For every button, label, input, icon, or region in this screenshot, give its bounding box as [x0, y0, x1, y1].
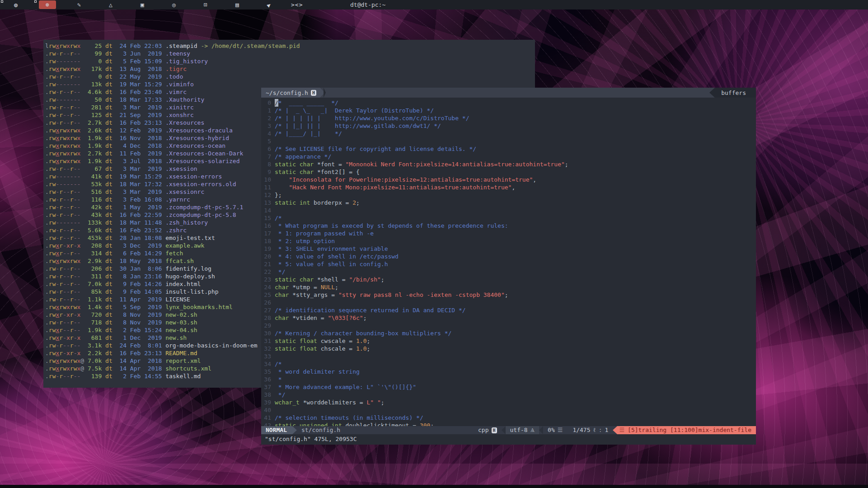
perm-char: - — [66, 288, 70, 295]
perm-char: r — [70, 227, 74, 234]
file-row: .rw------- 13k dt 19 Mar 15:29 .viminfo — [45, 80, 535, 88]
code-token: /* appearance */ — [275, 153, 331, 160]
file-name: .todo — [162, 73, 183, 80]
file-owner: dt — [102, 235, 112, 241]
image-icon[interactable]: ▣ — [127, 0, 158, 9]
file-modified-icon: H — [311, 90, 316, 96]
perm-char: r — [49, 165, 52, 172]
file-date: 13 Aug 2018 — [113, 66, 162, 72]
scroll-percent: 0% ☰ 1/475 ℓ : 1 — [543, 426, 613, 434]
file-date: 9 Feb 14:26 — [113, 281, 162, 287]
perm-char — [80, 342, 84, 349]
perm-char: r — [49, 211, 52, 218]
line-number: 19 — [261, 245, 271, 253]
file-owner: dt — [102, 242, 112, 249]
file-date: 1 Dec 2019 — [113, 334, 162, 341]
hostname-title: dt@dt-pc:~ — [350, 1, 385, 8]
eyedropper-icon[interactable]: ✎ — [63, 0, 95, 9]
perm-char: r — [59, 204, 63, 211]
code-token: 300 — [420, 422, 430, 426]
perm-char: r — [59, 50, 63, 57]
perm-char — [80, 265, 84, 272]
file-name: new-04.sh — [162, 327, 197, 333]
perm-char: r — [70, 127, 74, 134]
encoding-indicator: utf-8 Ѧ — [506, 426, 540, 434]
vim-code-area[interactable]: 0/* ____ _____ */1/* | _ \_ _| Derek Tay… — [261, 98, 756, 426]
perm-char — [80, 89, 84, 95]
code-token: *shell = — [317, 276, 349, 283]
file-row: .rwxrwxrwx 17k dt 13 Aug 2018 .tigrc — [45, 65, 535, 73]
tab-config-h[interactable]: ~/s/config.h H — [261, 88, 320, 98]
perm-char — [80, 296, 84, 303]
perm-char: r — [59, 265, 63, 272]
code-token: 1.0 — [356, 345, 366, 352]
line-position-label: 1/475 — [572, 426, 590, 434]
perm-char: . — [45, 173, 49, 180]
perm-char: r — [59, 89, 63, 95]
perm-char: r — [49, 127, 52, 134]
file-owner: dt — [102, 327, 112, 333]
perm-char: r — [49, 357, 52, 364]
menu-icon: ☰ — [558, 426, 563, 434]
file-size: 67 — [84, 165, 102, 172]
perm-char: - — [59, 81, 63, 88]
file-owner: dt — [102, 373, 112, 380]
perm-char — [80, 334, 84, 341]
perm-char: - — [63, 235, 66, 241]
perm-char: r — [59, 304, 63, 310]
code-line: 41/* selection timeouts (in milliseconds… — [261, 414, 756, 422]
perm-char: r — [59, 296, 63, 303]
file-owner: dt — [102, 119, 112, 126]
line-number: 5 — [261, 137, 271, 145]
perm-char — [80, 81, 84, 88]
perm-char: r — [70, 104, 74, 111]
file-size: 41k — [84, 173, 102, 180]
line-number: 23 — [261, 276, 271, 283]
line-number: 29 — [261, 322, 271, 329]
perm-char: x — [66, 304, 70, 310]
perm-char: . — [45, 311, 49, 318]
vim-command-line[interactable]: "st/config.h" 475L, 20953C — [261, 434, 756, 445]
perm-char: - — [59, 173, 63, 180]
statusline-filename: st/config.h — [297, 426, 340, 434]
perm-char: r — [49, 104, 52, 111]
perm-char: - — [63, 73, 66, 80]
code-token: ; — [381, 276, 385, 283]
code-token: * 1: program passed with -e — [275, 230, 374, 237]
file-owner: dt — [102, 50, 112, 57]
flask-icon[interactable]: △ — [95, 0, 127, 9]
perm-char — [80, 373, 84, 380]
perm-char — [80, 104, 84, 111]
perm-char: - — [63, 227, 66, 234]
code-line: 40 — [261, 406, 756, 414]
send-icon[interactable]: ▶ — [253, 0, 285, 9]
globe-icon[interactable]: ◍ — [0, 0, 32, 9]
perm-char: x — [66, 334, 70, 341]
perm-char: r — [49, 89, 52, 95]
code-line: 21 * 5: value of shell in config.h — [261, 260, 756, 268]
perm-char: w — [63, 258, 66, 264]
code-line: 19 * 3: SHELL environment variable — [261, 245, 756, 253]
file-name: .xsession-errors.old — [162, 181, 236, 188]
code-token: * More advanced example: L" `'\"()[]{}" — [275, 383, 416, 391]
perm-char: - — [66, 204, 70, 211]
perm-char: - — [66, 112, 70, 118]
camera-icon[interactable]: ◎ — [158, 0, 190, 9]
file-date: 21 Sep 2019 — [113, 112, 162, 118]
perm-char: r — [49, 242, 52, 249]
folder-icon[interactable]: ▤ — [221, 0, 253, 9]
laptop-icon[interactable]: ⊡ — [190, 0, 221, 9]
perm-char: . — [45, 373, 49, 380]
file-owner: dt — [102, 211, 112, 218]
file-owner: dt — [102, 250, 112, 257]
perm-char: r — [49, 365, 52, 372]
terminal-window-vim[interactable]: ~/s/config.h H buffers 0/* ____ _____ */… — [261, 88, 756, 445]
perm-char: r — [70, 165, 74, 172]
buffers-label[interactable]: buffers — [715, 88, 756, 98]
code-token: "stty raw pass8 nl -echo -iexten -cstopb… — [338, 291, 505, 299]
code-token: ; — [381, 399, 385, 406]
file-date: 19 Mar 15:29 — [113, 173, 162, 180]
file-size: 516 — [84, 188, 102, 195]
perm-char: r — [59, 158, 63, 164]
perm-char: - — [63, 319, 66, 326]
